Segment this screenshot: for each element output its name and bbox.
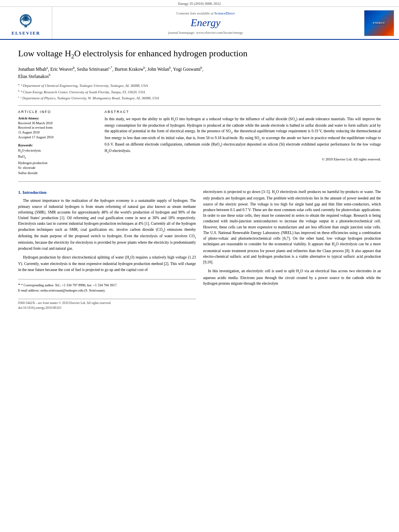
sciencedirect-line: Contents lists available at ScienceDirec… — [177, 11, 235, 15]
journal-header-center: Contents lists available at ScienceDirec… — [52, 7, 359, 39]
right-para-1: electrolyzers is projected to go down [3… — [203, 189, 381, 265]
revised-label: Received in revised form — [18, 125, 97, 130]
journal-cover-thumbnail: ENERGY — [364, 10, 394, 36]
abstract-column: ABSTRACT In this study, we report the ab… — [105, 110, 381, 176]
elsevier-tree-icon — [16, 11, 36, 29]
affiliation-c: c ᶜ Department of Physics, Tuskegee Univ… — [18, 95, 381, 101]
body-left-column: 1. Introduction The utmost importance to… — [18, 189, 196, 310]
article-title: Low voltage H2O electrolysis for enhance… — [18, 48, 381, 61]
article-info-abstract: ARTICLE INFO Article history: Received 3… — [18, 110, 381, 176]
main-content: Low voltage H2O electrolysis for enhance… — [0, 40, 399, 318]
svg-point-3 — [25, 17, 27, 19]
abstract-text: In this study, we report the ability to … — [105, 116, 381, 155]
paper-body: 1. Introduction The utmost importance to… — [18, 189, 381, 310]
footer-doi: doi:10.1016/j.energy.2010.08.021 — [18, 306, 196, 310]
journal-cover-area: ENERGY — [359, 7, 399, 39]
affiliation-a: a ᵃ Department of Chemical Engineering, … — [18, 82, 381, 89]
keywords-block: Keywords: H2O electrolysis RuO2 Hydrogen… — [18, 143, 97, 176]
journal-name: Energy — [191, 17, 220, 29]
intro-para-1: The utmost importance to the realization… — [18, 198, 196, 251]
journal-top-bar: Energy 35 (2010) 5008–5012 — [0, 0, 399, 7]
affiliation-b: b ᵇ Clean Energy Research Center, Univer… — [18, 89, 381, 95]
journal-citation: Energy 35 (2010) 5008–5012 — [178, 2, 221, 6]
cover-label: ENERGY — [373, 21, 385, 25]
journal-header: ELSEVIER Contents lists available at Sci… — [0, 7, 399, 40]
copyright-line: © 2010 Elsevier Ltd. All rights reserved… — [105, 157, 381, 161]
right-para-2: In this investigation, an electrolytic c… — [203, 268, 381, 286]
authors-line: Jonathan Mbaha, Eric Weaverb, Sesha Srin… — [18, 66, 381, 80]
article-history-block: Article history: Received 30 March 2010 … — [18, 116, 97, 140]
revised-date: 11 August 2010 — [18, 130, 97, 135]
divider-2 — [18, 181, 381, 182]
footnotes-section: * * Corresponding author. Tel.: +1 334 7… — [18, 279, 196, 293]
affiliations-block: a ᵃ Department of Chemical Engineering, … — [18, 82, 381, 101]
intro-section-title: 1. Introduction — [18, 189, 196, 196]
article-info-label: ARTICLE INFO — [18, 110, 97, 114]
sciencedirect-link[interactable]: ScienceDirect — [214, 11, 234, 15]
received-date: Received 30 March 2010 — [18, 121, 97, 126]
journal-homepage: journal homepage: www.elsevier.com/locat… — [168, 31, 243, 35]
keyword-5: Sulfur dioxide — [18, 170, 97, 176]
intro-para-2: Hydrogen production by direct electroche… — [18, 255, 196, 273]
footer-bar: 0360-5442/$ – see front matter © 2010 El… — [18, 299, 196, 310]
divider-1 — [18, 105, 381, 106]
elsevier-logo-block: ELSEVIER — [0, 7, 52, 39]
abstract-label: ABSTRACT — [105, 110, 381, 114]
elsevier-logo: ELSEVIER — [12, 11, 41, 35]
email-footnote: E-mail address: sesha.srinivasan@tuskege… — [18, 288, 196, 293]
keyword-1: H2O electrolysis — [18, 148, 97, 154]
elsevier-brand-text: ELSEVIER — [12, 31, 41, 35]
corresponding-footnote: * * Corresponding author. Tel.: +1 334 7… — [18, 282, 196, 288]
footer-issn: 0360-5442/$ – see front matter © 2010 El… — [18, 301, 196, 306]
keyword-3: Hydrogen production — [18, 160, 97, 166]
keyword-4: Si- electrode — [18, 165, 97, 170]
keyword-2: RuO2 — [18, 154, 97, 160]
accepted-date: Accepted 17 August 2010 — [18, 135, 97, 140]
article-info-column: ARTICLE INFO Article history: Received 3… — [18, 110, 97, 176]
body-right-column: electrolyzers is projected to go down [3… — [203, 189, 381, 310]
history-label: Article history: — [18, 116, 97, 120]
contents-text: Contents lists available at — [177, 11, 214, 15]
keywords-label: Keywords: — [18, 143, 97, 147]
